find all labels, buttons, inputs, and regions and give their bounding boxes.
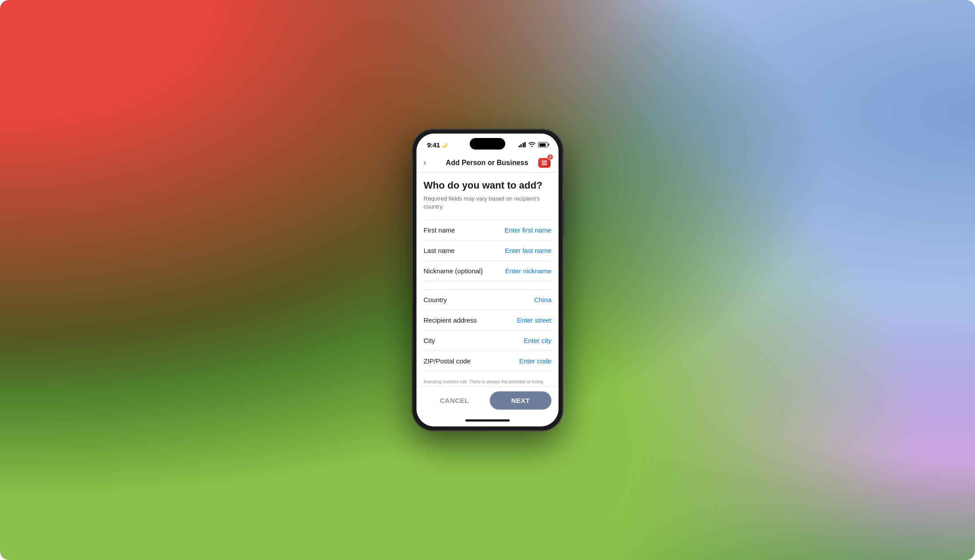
volume-down-button: [411, 225, 412, 249]
signal-icon: [519, 142, 526, 147]
first-name-label: First name: [424, 226, 455, 234]
zip-row[interactable]: ZIP/Postal code Enter code: [424, 351, 551, 371]
moon-icon: 🌙: [441, 142, 448, 148]
nickname-row[interactable]: Nickname (optional) Enter nickname: [424, 261, 551, 281]
status-icons: [519, 142, 548, 148]
country-row[interactable]: Country China: [424, 290, 551, 310]
next-button[interactable]: NEXT: [490, 391, 551, 410]
home-bar: [465, 419, 510, 422]
dynamic-island: [470, 138, 505, 150]
nickname-input[interactable]: Enter nickname: [505, 267, 551, 275]
wifi-icon: [528, 142, 535, 148]
city-label: City: [424, 337, 435, 344]
section-divider: [424, 281, 551, 289]
first-name-row[interactable]: First name Enter first name: [424, 220, 551, 241]
address-label: Recipient address: [424, 316, 477, 324]
battery-icon: [538, 142, 548, 147]
zip-input[interactable]: Enter code: [519, 357, 551, 365]
mute-button: [411, 174, 412, 187]
nickname-label: Nickname (optional): [424, 267, 483, 275]
address-row[interactable]: Recipient address Enter street: [424, 310, 551, 331]
last-name-input[interactable]: Enter last name: [505, 247, 551, 254]
home-indicator: [416, 414, 559, 426]
country-value[interactable]: China: [534, 296, 551, 304]
power-button: [563, 200, 564, 238]
nav-title: Add Person or Business: [437, 159, 537, 167]
back-button[interactable]: ‹: [424, 158, 437, 167]
address-input[interactable]: Enter street: [517, 316, 551, 324]
last-name-row[interactable]: Last name Enter last name: [424, 241, 551, 261]
volume-up-button: [411, 193, 412, 218]
city-input[interactable]: Enter city: [523, 337, 551, 344]
city-row[interactable]: City Enter city: [424, 331, 551, 351]
first-name-input[interactable]: Enter first name: [504, 226, 551, 234]
location-section: Country China Recipient address Enter st…: [424, 289, 551, 371]
bottom-action-bar: CANCEL NEXT: [416, 386, 559, 414]
notification-badge: 2: [547, 154, 553, 160]
name-fields-section: First name Enter first name Last name En…: [424, 220, 551, 281]
country-label: Country: [424, 296, 447, 304]
navigation-bar: ‹ Add Person or Business 2: [416, 153, 559, 173]
zip-label: ZIP/Postal code: [424, 357, 471, 365]
status-time: 9:41: [427, 141, 440, 149]
form-content: Who do you want to add? Required fields …: [416, 173, 559, 386]
cancel-button[interactable]: CANCEL: [424, 391, 485, 410]
page-heading: Who do you want to add?: [424, 180, 551, 191]
disclaimer-text: Investing involves risk. There is always…: [424, 371, 551, 386]
phone-screen: 9:41 🌙: [416, 134, 559, 426]
notification-button[interactable]: 2: [537, 156, 551, 170]
phone-device: 9:41 🌙: [412, 129, 563, 431]
page-subtitle: Required fields may vary based on recipi…: [424, 195, 551, 211]
last-name-label: Last name: [424, 247, 455, 254]
